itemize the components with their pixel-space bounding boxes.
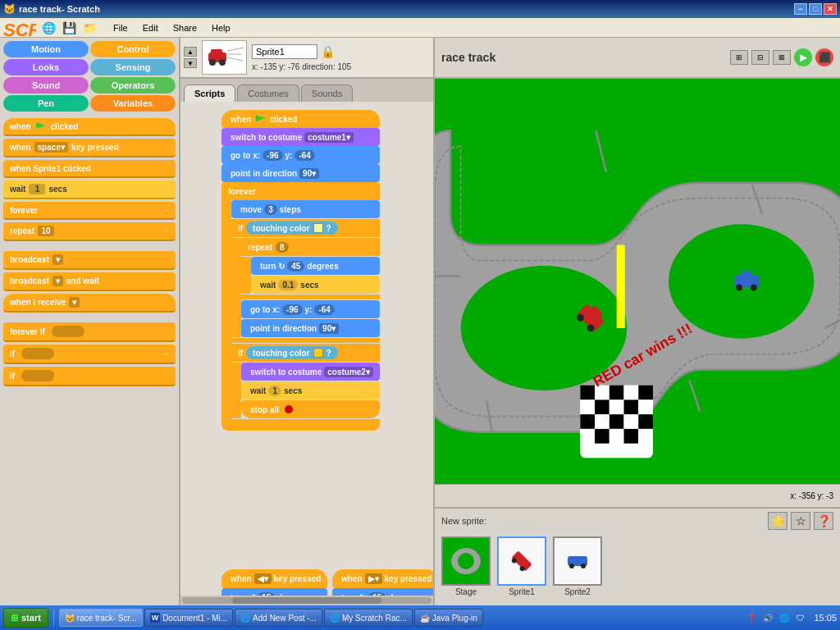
tray-help[interactable]: ❓ — [745, 611, 758, 624]
category-control[interactable]: Control — [90, 41, 176, 57]
sb-turn-45[interactable]: turn ↻ 45 degrees — [251, 257, 380, 275]
block-broadcast[interactable]: broadcast ▾ — [3, 251, 176, 270]
sb-turn-left-15[interactable]: turn ↺ 15 degrees — [221, 588, 327, 596]
svg-rect-32 — [580, 399, 595, 414]
taskbar-app-word[interactable]: W Document1 - Mi... — [144, 609, 233, 627]
taskbar-app-scratch[interactable]: 🐱 race track- Scr... — [59, 609, 143, 627]
category-motion[interactable]: Motion — [3, 41, 89, 57]
tab-scripts[interactable]: Scripts — [184, 84, 235, 102]
script-tabs: Scripts Costumes Sounds — [180, 79, 433, 102]
start-button[interactable]: ⊞ start — [3, 608, 48, 628]
save-icon[interactable]: 💾 — [60, 19, 78, 37]
taskbar-app-post[interactable]: 🌐 Add New Post -... — [235, 609, 322, 627]
sb-switch-costume-2[interactable]: switch to costume costume2▾ — [241, 363, 380, 381]
green-flag-button[interactable]: ▶ — [794, 48, 812, 66]
sb-point-direction[interactable]: point in direction 90▾ — [221, 164, 380, 182]
sb-wait-01[interactable]: wait 0.1 secs — [251, 276, 380, 294]
tab-sounds[interactable]: Sounds — [301, 84, 353, 102]
block-forever[interactable]: forever → — [3, 202, 176, 220]
block-when-receive[interactable]: when I receive ▾ — [3, 294, 176, 313]
stage-item[interactable]: Stage — [441, 536, 491, 596]
block-when-sprite-clicked[interactable]: when Sprite1 clicked — [3, 160, 176, 178]
block-if2[interactable]: if — [3, 367, 176, 386]
scripts-area[interactable]: when clicked switch to costume costume1▾… — [180, 102, 433, 596]
maximize-button[interactable]: □ — [809, 3, 822, 15]
scrollbar-track — [182, 597, 431, 604]
block-if[interactable]: if → — [3, 345, 176, 364]
sb-stop-all[interactable]: stop all — [241, 400, 380, 418]
sb-point-dir-2[interactable]: point in direction 90▾ — [241, 319, 380, 337]
sprite-name-input[interactable]: Sprite1 — [252, 44, 317, 59]
sprite-surprise[interactable]: ❓ — [814, 512, 833, 530]
titlebar: 🐱 race track- Scratch − □ ✕ — [0, 0, 840, 18]
block-when-key-pressed[interactable]: when space▾ key pressed — [3, 139, 176, 158]
scrollbar-thumb[interactable] — [232, 597, 381, 604]
taskbar-app-scratch2[interactable]: 🌐 My Scratch Rac... — [324, 609, 413, 627]
sprite-from-library[interactable]: ⭐ — [768, 512, 788, 530]
taskbar-app-java[interactable]: ☕ Java Plug-in — [414, 609, 483, 627]
sb-turn-right-15[interactable]: turn ↻ 15 degrees — [332, 588, 433, 596]
stop-button[interactable]: ⬛ — [815, 48, 833, 66]
tab-costumes[interactable]: Costumes — [237, 84, 299, 102]
sb-goto-xy-2[interactable]: go to x: -96 y: -64 — [241, 300, 380, 318]
minimize-button[interactable]: − — [794, 3, 807, 15]
block-wait-secs[interactable]: wait 1 secs — [3, 180, 176, 199]
category-looks[interactable]: Looks — [3, 59, 89, 75]
share-menu[interactable]: Share — [167, 21, 203, 34]
sb-if-1[interactable]: if touching color ? — [231, 219, 380, 237]
sprite-item-1[interactable]: Sprite1 — [497, 536, 546, 596]
sprite-thumbnail — [202, 40, 247, 75]
svg-point-50 — [458, 553, 474, 569]
stage-controls: ⊞ ⊟ ⊠ ▶ ⬛ — [730, 48, 833, 66]
stage-view-medium[interactable]: ⊟ — [751, 50, 769, 65]
stage-view-small[interactable]: ⊞ — [730, 50, 748, 65]
sb-forever[interactable]: forever — [221, 182, 380, 200]
sb-when-flag[interactable]: when clicked — [221, 110, 380, 128]
sb-wait-1[interactable]: wait 1 secs — [241, 381, 380, 399]
svg-rect-41 — [638, 414, 653, 429]
file-menu[interactable]: File — [107, 21, 135, 34]
block-forever-if[interactable]: forever if — [3, 322, 176, 342]
sb-touching-color-2[interactable]: touching color ? — [246, 346, 338, 359]
window-controls: − □ ✕ — [794, 3, 837, 15]
folder-icon[interactable]: 📁 — [80, 19, 98, 37]
sprite-paint[interactable]: ☆ — [791, 512, 810, 530]
sb-when-left-key[interactable]: when ◀▾ key pressed — [221, 569, 327, 588]
close-button[interactable]: ✕ — [824, 3, 837, 15]
tray-sound[interactable]: 🔊 — [761, 611, 774, 624]
category-sound[interactable]: Sound — [3, 77, 89, 94]
category-sensing[interactable]: Sensing — [90, 59, 176, 75]
sprite2-label: Sprite2 — [564, 587, 591, 596]
taskbar-apps: 🐱 race track- Scr... W Document1 - Mi...… — [59, 609, 483, 627]
sb-if-2[interactable]: if touching color ? — [231, 344, 380, 362]
sprite-prev-button[interactable]: ▲ — [184, 47, 197, 57]
svg-rect-46 — [638, 429, 653, 444]
sb-when-right-key[interactable]: when ▶▾ key pressed — [332, 569, 433, 588]
scripts-scrollbar-horizontal[interactable] — [180, 596, 433, 605]
category-pen[interactable]: Pen — [3, 95, 89, 112]
new-sprite-label: New sprite: — [441, 516, 486, 526]
sb-repeat-8[interactable]: repeat 8 — [241, 238, 380, 256]
block-when-flag-clicked[interactable]: when clicked — [3, 118, 176, 136]
sb-touching-color-1[interactable]: touching color ? — [246, 221, 338, 235]
sprite-next-button[interactable]: ▼ — [184, 58, 197, 68]
sprite-name-area: Sprite1 🔒 x: -135 y: -76 direction: 105 — [252, 44, 351, 71]
stage-view-full[interactable]: ⊠ — [773, 50, 791, 65]
sb-goto-xy[interactable]: go to x: -96 y: -64 — [221, 146, 380, 164]
sb-switch-costume[interactable]: switch to costume costume1▾ — [221, 128, 380, 146]
edit-menu[interactable]: Edit — [136, 21, 165, 34]
sprites-list: Stage Sprite1 — [435, 533, 840, 600]
svg-rect-30 — [624, 386, 639, 400]
category-variables[interactable]: Variables — [90, 95, 176, 112]
block-repeat[interactable]: repeat 10 → — [3, 222, 176, 241]
globe-icon[interactable]: 🌐 — [39, 19, 57, 37]
stage-canvas[interactable]: RED car wins !!! — [435, 79, 840, 484]
tray-security[interactable]: 🛡 — [794, 611, 807, 624]
sprite-item-2[interactable]: Sprite2 — [553, 536, 602, 596]
block-broadcast-wait[interactable]: broadcast ▾ and wait — [3, 272, 176, 291]
category-operators[interactable]: Operators — [90, 77, 176, 94]
sb-move[interactable]: move 3 steps — [231, 200, 380, 218]
svg-rect-37 — [580, 414, 595, 429]
help-menu[interactable]: Help — [205, 21, 237, 34]
tray-network[interactable]: 🌐 — [778, 611, 791, 624]
